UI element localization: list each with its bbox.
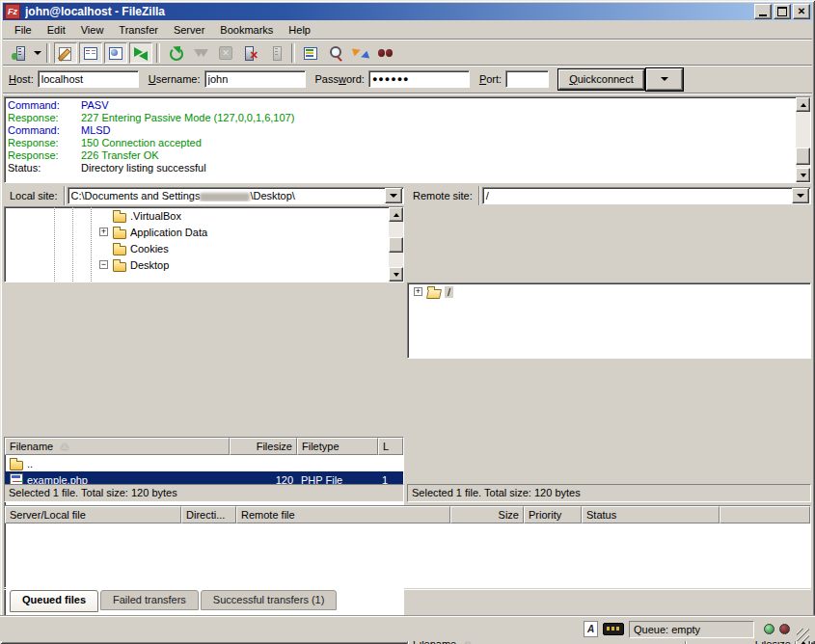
sort-ascending-icon	[61, 443, 68, 449]
column-header-filesize[interactable]: Filesize	[230, 438, 297, 455]
resize-grip[interactable]	[797, 629, 809, 641]
column-header-remote-file[interactable]: Remote file	[236, 506, 450, 523]
disconnect-button[interactable]	[239, 42, 262, 64]
menu-item[interactable]: Transfer	[111, 22, 166, 38]
local-site-combo[interactable]: C:\Documents and Settings\Desktop\	[68, 187, 404, 204]
folder-icon	[112, 225, 127, 240]
toolbar-separator	[156, 43, 160, 63]
scroll-up-button[interactable]	[389, 207, 403, 222]
queue-tab[interactable]: Failed transfers	[100, 590, 199, 610]
toolbar	[3, 40, 812, 66]
log-line-text: Directory listing successful	[81, 162, 206, 174]
remote-path-dropdown[interactable]	[792, 188, 809, 203]
find-files-button[interactable]	[374, 42, 397, 64]
quickconnect-bar: Host: Username: Password: Port: Quickcon…	[3, 66, 812, 94]
host-input[interactable]	[38, 70, 139, 88]
log-line: Response: 227 Entering Passive Mode (127…	[8, 112, 796, 124]
app-icon: Fz	[5, 4, 20, 19]
column-header-direction[interactable]: Directi...	[181, 506, 236, 523]
synchronized-browsing-button[interactable]	[349, 42, 372, 64]
column-header-filetype[interactable]: Filetype	[297, 438, 378, 455]
scroll-up-button[interactable]	[796, 97, 810, 112]
tree-expander[interactable]	[99, 228, 108, 236]
column-header-priority[interactable]: Priority	[524, 506, 582, 523]
log-scrollbar[interactable]	[796, 97, 810, 182]
log-line: Command: PASV	[8, 99, 796, 112]
queue-tab[interactable]: Queued files	[10, 590, 98, 612]
directory-comparison-button[interactable]	[324, 42, 347, 64]
tree-item-label: Application Data	[130, 227, 207, 238]
log-line-type: Response:	[8, 137, 81, 149]
log-line-type: Response:	[8, 149, 81, 162]
minimize-icon	[759, 14, 767, 16]
menu-item[interactable]: File	[7, 22, 40, 38]
menu-item[interactable]: Help	[281, 22, 318, 38]
password-input[interactable]	[368, 70, 470, 88]
scroll-down-button[interactable]	[389, 267, 403, 282]
process-queue-button[interactable]	[189, 42, 212, 64]
tree-expander[interactable]	[414, 287, 422, 296]
toggle-local-tree-button[interactable]	[79, 42, 102, 64]
menu-item[interactable]: View	[73, 22, 112, 38]
local-list-header: Filename Filesize Filetype L	[5, 438, 403, 455]
remote-site-combo[interactable]: /	[482, 187, 811, 204]
log-line: Response: 150 Connection accepted	[8, 137, 796, 149]
menu-item[interactable]: Bookmarks	[212, 22, 281, 38]
site-manager-dropdown[interactable]	[32, 42, 43, 64]
file-name: ..	[27, 458, 33, 470]
menu-item[interactable]: Server	[166, 22, 212, 38]
reconnect-button[interactable]	[264, 42, 287, 64]
refresh-button[interactable]	[164, 42, 187, 64]
tree-item[interactable]: Application Data	[99, 224, 389, 240]
local-tree-scrollbar[interactable]	[389, 207, 403, 282]
port-input[interactable]	[505, 70, 549, 88]
quickconnect-dropdown[interactable]	[646, 68, 683, 91]
scroll-down-button[interactable]	[796, 168, 810, 182]
queue-tab[interactable]: Successful transfers (1)	[201, 590, 338, 610]
local-tree-icon	[83, 45, 98, 61]
comparison-icon	[328, 45, 343, 61]
file-row[interactable]: ..	[5, 455, 403, 471]
menu-item[interactable]: Edit	[40, 22, 73, 38]
tree-item[interactable]: Desktop	[99, 256, 389, 273]
tree-item-root[interactable]: /	[408, 283, 810, 300]
scrollbar-thumb[interactable]	[796, 148, 810, 165]
toggle-queue-button[interactable]	[129, 42, 152, 64]
queue-header: Server/Local file Directi... Remote file…	[5, 506, 810, 523]
log-line-text: MLSD	[81, 124, 111, 137]
tree-expander[interactable]	[99, 260, 108, 269]
filezilla-window: Fz john@localhost - FileZilla ✕ FileEdit…	[0, 0, 815, 644]
reconnect-icon	[268, 45, 284, 61]
tree-item-label: /	[445, 286, 453, 298]
column-header-server-local-file[interactable]: Server/Local file	[5, 506, 181, 523]
column-header-status[interactable]: Status	[582, 506, 720, 523]
local-path: C:\Documents and Settings\Desktop\	[68, 190, 384, 201]
column-header-size[interactable]: Size	[450, 506, 524, 523]
log-line-text: PASV	[81, 99, 109, 112]
scrollbar-thumb[interactable]	[389, 237, 403, 253]
speed-limit-badge-icon[interactable]	[603, 623, 624, 635]
tree-item-label: .VirtualBox	[130, 210, 181, 222]
tree-item[interactable]: .VirtualBox	[99, 207, 389, 224]
process-queue-icon	[193, 45, 208, 61]
username-input[interactable]	[204, 70, 306, 88]
toggle-message-log-button[interactable]	[54, 42, 77, 64]
tree-item-label: Cookies	[130, 243, 169, 255]
log-line-type: Command:	[8, 99, 81, 112]
column-header-filename[interactable]: Filename	[5, 438, 230, 455]
maximize-button[interactable]	[774, 4, 791, 19]
tree-item[interactable]: Cookies	[99, 240, 389, 256]
site-manager-button[interactable]	[8, 42, 31, 64]
quickconnect-button[interactable]: Quickconnect	[558, 69, 644, 90]
data-type-ascii-icon[interactable]: A	[584, 621, 598, 637]
folder-icon	[112, 208, 127, 224]
cancel-operation-button[interactable]	[214, 42, 237, 64]
message-log: Command: PASV Response: 227 Entering Pas…	[4, 96, 811, 183]
filter-button[interactable]	[299, 42, 322, 64]
toggle-remote-tree-button[interactable]	[104, 42, 127, 64]
minimize-button[interactable]	[754, 4, 772, 19]
column-header-lastmodified[interactable]: L	[378, 438, 403, 455]
close-button[interactable]: ✕	[793, 4, 810, 19]
sync-browsing-icon	[353, 45, 368, 61]
local-path-dropdown[interactable]	[385, 188, 402, 203]
